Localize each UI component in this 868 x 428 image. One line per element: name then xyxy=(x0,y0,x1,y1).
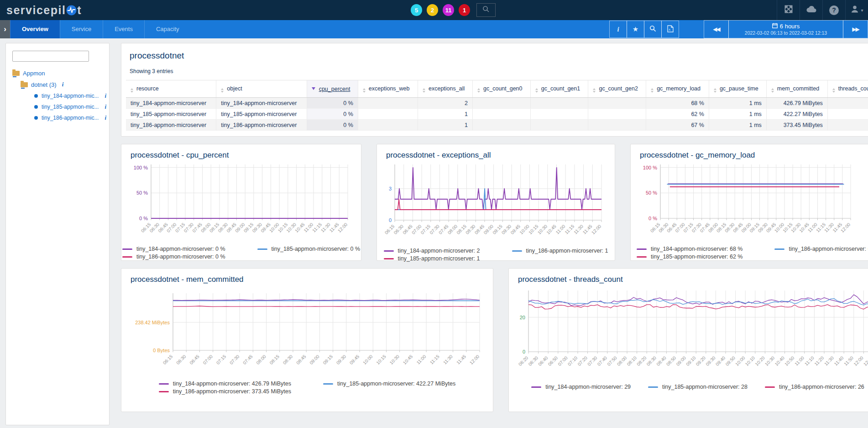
legend-item[interactable]: tiny_184-appmon-microserver: 0 % xyxy=(122,246,225,252)
info-icon[interactable]: i xyxy=(105,92,106,100)
sort-icon xyxy=(771,88,774,93)
time-back-button[interactable]: ◀◀ xyxy=(704,20,729,38)
info-icon[interactable]: i xyxy=(105,114,106,122)
legend-label: tiny_185-appmon-microserver: 1 xyxy=(398,255,480,262)
pdf-export-button[interactable]: A xyxy=(661,21,679,38)
search-view-button[interactable] xyxy=(644,21,662,38)
legend-label: tiny_184-appmon-microserver: 29 xyxy=(545,384,631,390)
tree-item-link[interactable]: tiny_184-appmon-mic... xyxy=(42,93,99,99)
legend-item[interactable]: tiny_185-appmon-microserver: 422.27 MiBy… xyxy=(323,380,455,387)
servicepilot-logo: servicepilt xyxy=(6,4,82,17)
legend-item[interactable]: tiny_184-appmon-microserver: 29 xyxy=(531,384,631,390)
column-header-threads_count[interactable]: threads_count xyxy=(827,80,868,98)
favorite-button[interactable]: ★ xyxy=(627,21,644,38)
alert-badge[interactable]: 1 xyxy=(459,4,470,16)
svg-text:07:45: 07:45 xyxy=(242,354,254,365)
time-range-selector[interactable]: 6 hours 2022-03-02 06:13 to 2022-03-02 1… xyxy=(728,20,843,38)
svg-text:11:00: 11:00 xyxy=(555,223,566,235)
tree-root-link[interactable]: Appmon xyxy=(23,70,45,77)
info-icon[interactable]: i xyxy=(62,81,64,88)
column-header-gc_memory_load[interactable]: gc_memory_load xyxy=(646,80,709,98)
sort-icon xyxy=(363,88,366,93)
svg-text:10:00: 10:00 xyxy=(362,354,374,365)
svg-text:12:00: 12:00 xyxy=(591,223,602,235)
svg-text:12:00: 12:00 xyxy=(337,222,349,233)
svg-text:07:30: 07:30 xyxy=(229,354,241,365)
tab-service[interactable]: Service xyxy=(60,20,103,38)
table-row[interactable]: tiny_184-appmon-microservertiny_184-appm… xyxy=(126,98,868,109)
column-header-object[interactable]: object xyxy=(216,80,307,98)
legend-item[interactable]: tiny_186-appmon-microserver: 1 xyxy=(512,248,608,254)
sort-icon xyxy=(593,88,596,93)
chart-plot: 238.42 MiBytes0 Bytes06:1506:3006:4507:0… xyxy=(127,284,486,378)
column-header-gc_pause_time[interactable]: gc_pause_time xyxy=(709,80,766,98)
legend-label: tiny_186-appmon-microserver: 373.45 MiBy… xyxy=(173,388,291,395)
table-row[interactable]: tiny_185-appmon-microservertiny_185-appm… xyxy=(126,109,868,120)
column-header-exceptions_all[interactable]: exceptions_all xyxy=(418,80,472,98)
logo-pulse-icon xyxy=(66,5,77,16)
legend-item[interactable]: tiny_185-appmon-microserver: 62 % xyxy=(637,254,743,260)
tree-root: Appmon xyxy=(12,70,109,77)
bullet-icon xyxy=(34,94,38,98)
tree-item-link[interactable]: tiny_186-appmon-mic... xyxy=(42,115,99,121)
tree-item-link[interactable]: tiny_185-appmon-mic... xyxy=(42,104,99,110)
table-cell: 2 xyxy=(418,98,472,109)
column-header-gc_count_gen0[interactable]: gc_count_gen0 xyxy=(473,80,531,98)
column-header-cpu_percent[interactable]: cpu_percent xyxy=(307,80,358,98)
tree-filter-input[interactable] xyxy=(12,51,89,62)
sidebar-collapse-button[interactable]: › xyxy=(0,20,10,38)
table-row[interactable]: tiny_186-appmon-microservertiny_186-appm… xyxy=(126,120,868,131)
info-icon[interactable]: i xyxy=(105,103,106,111)
svg-text:07:15: 07:15 xyxy=(420,223,432,235)
tab-overview[interactable]: Overview xyxy=(10,20,60,38)
legend-line-icon xyxy=(531,386,541,388)
info-button[interactable]: i xyxy=(609,21,627,38)
chevron-down-icon: ▾ xyxy=(861,8,863,13)
legend-item[interactable]: tiny_185-appmon-microserver: 1 xyxy=(384,255,480,262)
time-forward-button[interactable]: ▶▶ xyxy=(843,20,868,38)
legend-label: tiny_184-appmon-microserver: 426.79 MiBy… xyxy=(173,380,291,387)
cloud-button[interactable] xyxy=(800,0,822,20)
svg-text:08:45: 08:45 xyxy=(474,223,486,235)
chart-legend: tiny_184-appmon-microserver: 0 %tiny_185… xyxy=(127,246,355,260)
legend-item[interactable]: tiny_186-appmon-microserver: 0 % xyxy=(122,254,225,260)
alert-badge[interactable]: 11 xyxy=(443,4,454,16)
legend-item[interactable]: tiny_184-appmon-microserver: 2 xyxy=(384,248,480,254)
tab-capacity[interactable]: Capacity xyxy=(144,20,191,38)
tab-events[interactable]: Events xyxy=(103,20,144,38)
svg-text:12:10: 12:10 xyxy=(863,355,868,367)
svg-text:06:45: 06:45 xyxy=(402,223,413,235)
tree-group-link[interactable]: dotnet (3) xyxy=(31,81,57,88)
sort-icon xyxy=(477,88,480,93)
legend-line-icon xyxy=(648,386,658,388)
table-cell: 1 ms xyxy=(709,120,766,131)
legend-item[interactable]: tiny_185-appmon-microserver: 28 xyxy=(648,384,748,390)
svg-text:11:30: 11:30 xyxy=(442,354,454,365)
user-menu-button[interactable]: ▾ xyxy=(845,0,868,20)
alert-badge[interactable]: 5 xyxy=(411,4,422,16)
column-header-gc_count_gen1[interactable]: gc_count_gen1 xyxy=(530,80,588,98)
legend-item[interactable]: tiny_185-appmon-microserver: 0 % xyxy=(257,246,361,252)
global-search-button[interactable] xyxy=(476,3,496,17)
legend-line-icon xyxy=(159,391,169,392)
table-cell: 426.79 MiBytes xyxy=(766,98,827,109)
svg-text:09:20: 09:20 xyxy=(695,355,707,367)
column-label: exceptions_all xyxy=(429,85,465,92)
svg-text:50 %: 50 % xyxy=(136,190,148,196)
column-header-resource[interactable]: resource xyxy=(126,80,216,98)
svg-text:11:50: 11:50 xyxy=(843,355,854,366)
help-button[interactable]: ? xyxy=(822,0,845,20)
legend-item[interactable]: tiny_186-appmon-microserver: 26 xyxy=(765,384,864,390)
table-cell: tiny_186-appmon-microserver xyxy=(126,120,216,131)
column-header-mem_committed[interactable]: mem_committed xyxy=(766,80,827,98)
cloud-icon xyxy=(806,5,817,16)
column-header-exceptions_web[interactable]: exceptions_web xyxy=(358,80,418,98)
legend-item[interactable]: tiny_186-appmon-microserver: 67 % xyxy=(774,246,868,252)
column-header-gc_count_gen2[interactable]: gc_count_gen2 xyxy=(588,80,646,98)
legend-item[interactable]: tiny_184-appmon-microserver: 68 % xyxy=(637,246,743,252)
alert-badge[interactable]: 2 xyxy=(427,4,438,16)
legend-item[interactable]: tiny_186-appmon-microserver: 373.45 MiBy… xyxy=(159,388,291,395)
chart-plot: 100 %50 %0 %06:1506:3006:4507:0007:1507:… xyxy=(127,160,354,243)
fullscreen-button[interactable] xyxy=(777,0,800,20)
legend-item[interactable]: tiny_184-appmon-microserver: 426.79 MiBy… xyxy=(159,380,291,387)
